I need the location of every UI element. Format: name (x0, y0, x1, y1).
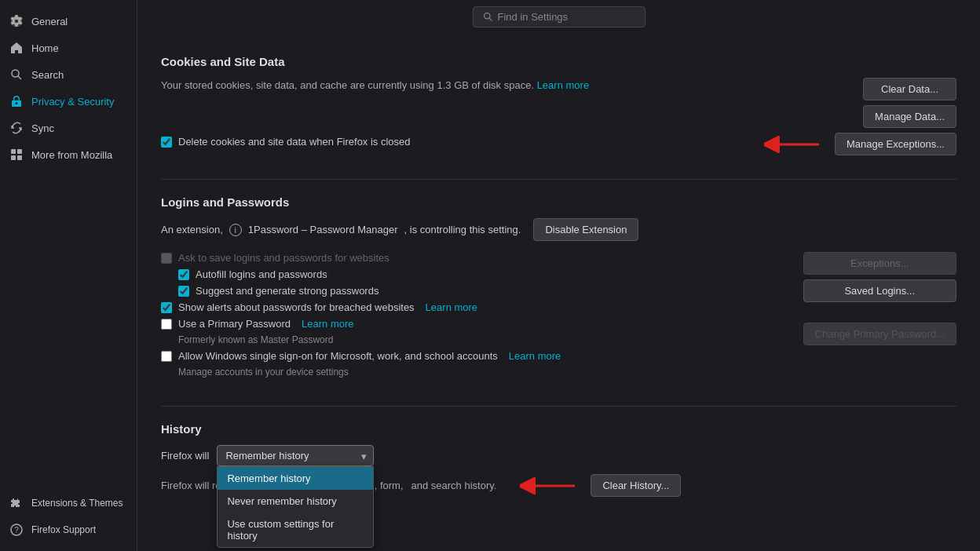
sidebar-bottom: Extensions & Themes ? Firefox Support (0, 490, 137, 551)
sidebar-item-extensions[interactable]: Extensions & Themes (0, 490, 137, 516)
sidebar-item-label: Sync (31, 122, 54, 134)
question-icon: ? (9, 523, 24, 537)
search-placeholder: Find in Settings (498, 11, 569, 23)
svg-point-0 (12, 70, 19, 77)
sync-icon (9, 121, 24, 135)
suggest-label: Suggest and generate strong passwords (196, 285, 378, 297)
primary-password-checkbox-row: Use a Primary Password Learn more (161, 318, 788, 330)
primary-password-learn-more-link[interactable]: Learn more (302, 318, 353, 330)
extension-notice: An extension, i 1Password – Password Man… (161, 218, 956, 241)
delete-cookies-label: Delete cookies and site data when Firefo… (178, 136, 411, 148)
arrow-annotation-1 (764, 136, 827, 153)
alerts-label: Show alerts about passwords for breached… (178, 301, 415, 313)
ask-save-checkbox-row: Ask to save logins and passwords for web… (161, 252, 788, 264)
formerly-text: Formerly known as Master Password (178, 334, 788, 345)
cookies-section: Cookies and Site Data Your stored cookie… (161, 55, 956, 155)
cookies-text: Your stored cookies, site data, and cach… (161, 78, 855, 101)
sidebar-item-label: Firefox Support (31, 524, 96, 535)
change-primary-button[interactable]: Change Primary Password... (803, 323, 956, 345)
cookies-title: Cookies and Site Data (161, 55, 956, 68)
svg-rect-2 (11, 149, 16, 154)
divider-2 (161, 406, 956, 407)
autofill-label: Autofill logins and passwords (196, 268, 327, 280)
windows-sso-checkbox[interactable] (161, 351, 172, 362)
history-desc-suffix: and search history. (411, 480, 497, 491)
ask-save-label: Ask to save logins and passwords for web… (178, 252, 389, 264)
logins-title: Logins and Passwords (161, 195, 956, 209)
main-content: Cookies and Site Data Your stored cookie… (137, 24, 980, 551)
saved-logins-button[interactable]: Saved Logins... (803, 279, 956, 302)
delete-cookies-checkbox-row: Delete cookies and site data when Firefo… (161, 136, 756, 148)
windows-sso-checkbox-row: Allow Windows single sign-on for Microso… (161, 350, 788, 362)
sidebar-item-label: Extensions & Themes (31, 498, 123, 509)
extension-name: 1Password – Password Manager (248, 224, 398, 235)
windows-sso-label: Allow Windows single sign-on for Microso… (178, 350, 498, 362)
divider-1 (161, 179, 956, 180)
delete-cookies-checkbox[interactable] (161, 137, 172, 148)
cookies-learn-more-link[interactable]: Learn more (537, 79, 589, 91)
svg-rect-4 (11, 155, 16, 160)
manage-exceptions-button[interactable]: Manage Exceptions... (835, 133, 956, 155)
logins-right: Exceptions... Saved Logins... Change Pri… (803, 252, 956, 382)
suggest-checkbox-row: Suggest and generate strong passwords (178, 285, 788, 297)
sidebar-item-home[interactable]: Home (0, 35, 137, 61)
windows-sso-learn-more-link[interactable]: Learn more (509, 350, 561, 362)
arrow-annotation-2 (520, 477, 583, 494)
grid-icon (9, 148, 24, 162)
gear-icon (9, 14, 24, 28)
history-dropdown-button[interactable]: Remember history (217, 445, 374, 466)
dropdown-option-custom[interactable]: Use custom settings for history (218, 513, 373, 547)
sidebar: General Home Search Privacy & Security S… (0, 0, 137, 551)
sidebar-item-privacy[interactable]: Privacy & Security (0, 88, 137, 115)
sidebar-item-label: General (31, 16, 68, 27)
autofill-checkbox[interactable] (178, 269, 189, 280)
disable-extension-button[interactable]: Disable Extension (533, 218, 638, 241)
manage-accounts-text: Manage accounts in your device settings (178, 367, 788, 378)
firefox-will-label: Firefox will (161, 450, 209, 462)
autofill-checkbox-row: Autofill logins and passwords (178, 268, 788, 280)
primary-password-label: Use a Primary Password (178, 318, 291, 330)
search-icon (9, 68, 24, 82)
cookies-desc: Your stored cookies, site data, and cach… (161, 78, 855, 93)
lock-icon (9, 94, 24, 108)
history-title: History (161, 422, 956, 436)
clear-history-button[interactable]: Clear History... (591, 474, 681, 497)
logins-left: Ask to save logins and passwords for web… (161, 252, 788, 382)
logins-grid: Ask to save logins and passwords for web… (161, 252, 956, 382)
dropdown-option-remember[interactable]: Remember history (218, 467, 373, 490)
alerts-learn-more-link[interactable]: Learn more (426, 301, 477, 313)
search-icon (483, 12, 493, 22)
red-arrow-1 (764, 136, 827, 153)
extension-notice-end: , is controlling this setting. (404, 224, 521, 235)
manage-data-button[interactable]: Manage Data... (863, 105, 956, 128)
svg-line-1 (18, 76, 21, 79)
suggest-checkbox[interactable] (178, 286, 189, 297)
sidebar-item-general[interactable]: General (0, 8, 137, 35)
alerts-checkbox[interactable] (161, 302, 172, 313)
svg-point-8 (484, 13, 489, 19)
history-dropdown-container: Remember history Remember history Never … (217, 445, 374, 466)
cookies-row: Your stored cookies, site data, and cach… (161, 78, 956, 128)
extension-notice-text: An extension, (161, 224, 223, 235)
sidebar-item-label: Search (31, 69, 64, 81)
ask-save-checkbox[interactable] (161, 253, 172, 264)
primary-password-checkbox[interactable] (161, 319, 172, 330)
sidebar-item-search[interactable]: Search (0, 61, 137, 88)
clear-data-button[interactable]: Clear Data... (863, 78, 956, 100)
cookies-buttons: Clear Data... Manage Data... (863, 78, 956, 128)
svg-text:?: ? (14, 526, 19, 535)
home-icon (9, 41, 24, 55)
info-icon[interactable]: i (229, 224, 242, 236)
svg-rect-3 (17, 149, 22, 154)
sidebar-item-support[interactable]: ? Firefox Support (0, 516, 137, 543)
red-arrow-2 (520, 477, 583, 494)
sidebar-item-sync[interactable]: Sync (0, 115, 137, 141)
history-section: History Firefox will Remember history Re… (161, 422, 956, 497)
svg-line-9 (489, 18, 492, 20)
dropdown-option-never[interactable]: Never remember history (218, 490, 373, 513)
exceptions-button[interactable]: Exceptions... (803, 252, 956, 275)
sidebar-item-mozilla[interactable]: More from Mozilla (0, 141, 137, 168)
alerts-checkbox-row: Show alerts about passwords for breached… (161, 301, 788, 313)
logins-section: Logins and Passwords An extension, i 1Pa… (161, 195, 956, 382)
sidebar-item-label: Privacy & Security (31, 96, 114, 108)
